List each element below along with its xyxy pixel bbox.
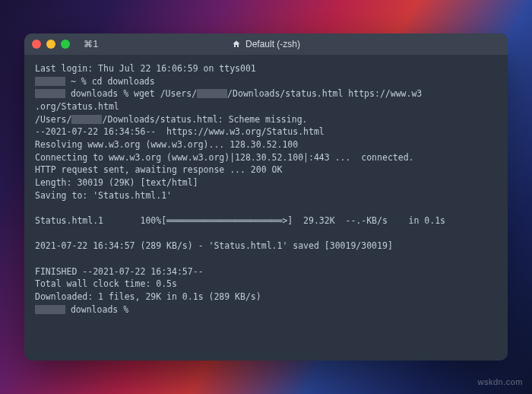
command-cd: cd downloads [92, 76, 155, 87]
out-saved: 2021-07-22 16:34:57 (289 KB/s) - 'Status… [35, 240, 393, 251]
out-start: --2021-07-22 16:34:56-- https://www.w3.o… [35, 126, 325, 137]
terminal-output[interactable]: Last login: Thu Jul 22 16:06:59 on ttys0… [24, 55, 508, 361]
prompt-2: downloads % [65, 88, 134, 99]
titlebar: ⌘1 Default (-zsh) [24, 33, 508, 55]
out-downloaded: Downloaded: 1 files, 29K in 0.1s (289 KB… [35, 291, 261, 302]
out-length: Length: 30019 (29K) [text/html] [35, 177, 198, 188]
minimize-icon[interactable] [46, 40, 55, 49]
terminal-window: ⌘1 Default (-zsh) Last login: Thu Jul 22… [24, 33, 508, 361]
fullscreen-icon[interactable] [61, 40, 70, 49]
out-scheme-a: /Users/ [35, 114, 71, 125]
home-icon [232, 40, 241, 49]
redacted-host [35, 305, 65, 314]
line-last-login: Last login: Thu Jul 22 16:06:59 on ttys0… [35, 63, 256, 74]
out-request: HTTP request sent, awaiting response ...… [35, 164, 282, 175]
watermark: wskdn.com [477, 377, 523, 386]
prompt-1: ~ % [65, 76, 92, 87]
out-saving: Saving to: 'Status.html.1' [35, 190, 172, 201]
redacted-host [35, 77, 65, 86]
tab-indicator: ⌘1 [84, 39, 99, 49]
window-title-text: Default (-zsh) [245, 39, 300, 49]
traffic-lights [32, 40, 70, 49]
redacted-user [71, 115, 102, 124]
out-finished: FINISHED --2021-07-22 16:34:57-- [35, 266, 204, 277]
redacted-user [197, 89, 227, 98]
redacted-host [35, 89, 65, 98]
command-wget-b: /Downloads/status.html https://www.w3 [227, 88, 422, 99]
command-wget-c: .org/Status.html [35, 101, 119, 112]
command-wget-a: wget /Users/ [134, 88, 197, 99]
out-connect: Connecting to www.w3.org (www.w3.org)|12… [35, 152, 414, 163]
close-icon[interactable] [32, 40, 41, 49]
prompt-3: downloads % [65, 304, 134, 315]
out-progress-bar: Status.html.1 100%[═════════════════════… [35, 215, 445, 226]
out-wall-clock: Total wall clock time: 0.5s [35, 278, 177, 289]
out-scheme-b: /Downloads/status.html: Scheme missing. [102, 114, 307, 125]
out-resolve: Resolving www.w3.org (www.w3.org)... 128… [35, 139, 298, 150]
